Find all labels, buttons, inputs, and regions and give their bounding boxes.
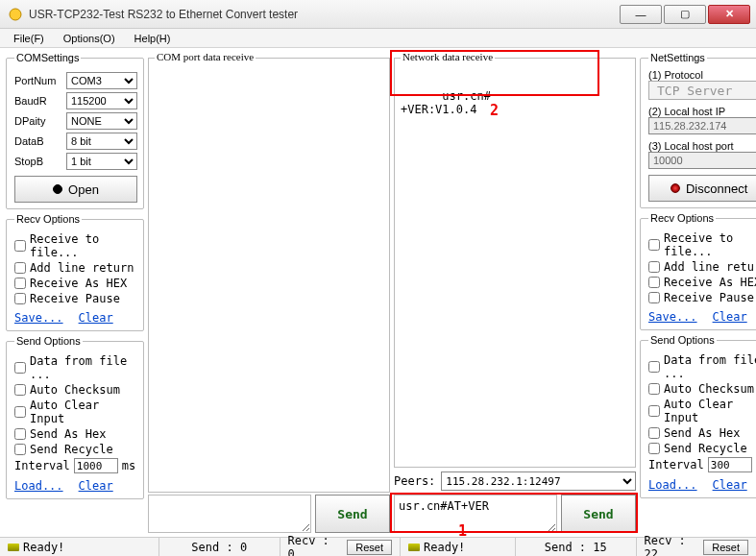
recv-to-file-chk-r[interactable] [648,239,660,251]
menu-file[interactable]: File(F) [4,31,54,46]
auto-clear-chk-l[interactable] [14,406,26,418]
com-send-input[interactable] [148,495,311,533]
clear-send-link-l[interactable]: Clear [79,479,113,493]
add-line-chk-r[interactable] [648,261,660,273]
send-options-left: Send Options Data from file ... Auto Che… [6,335,144,499]
recv-pause-chk-l[interactable] [14,293,26,304]
protocol-select: TCP Server [648,81,756,100]
local-ip-input [648,117,756,134]
menu-options[interactable]: Options(O) [54,31,125,46]
minimize-button[interactable]: — [620,5,662,24]
clear-link-r[interactable]: Clear [713,310,747,324]
status-ready-r: Ready! [424,541,465,554]
status-recv-r: Recv : 22 [645,534,700,557]
auto-checksum-chk-r[interactable] [648,383,660,395]
send-hex-chk-r[interactable] [648,427,660,439]
send-hex-chk-l[interactable] [14,428,26,440]
databits-select[interactable]: 8 bit [66,133,137,150]
portnum-select[interactable]: COM3 [66,72,137,89]
net-send-input[interactable]: usr.cn#AT+VER [394,495,557,533]
open-button[interactable]: Open [14,176,137,203]
ready-icon-l [8,544,19,551]
parity-select[interactable]: NONE [66,112,137,130]
menu-help[interactable]: Help(H) [125,31,181,46]
recv-to-file-chk-l[interactable] [14,240,26,252]
disconnect-button[interactable]: Disconnect [648,175,756,202]
save-link-r[interactable]: Save... [648,310,697,324]
recv-hex-chk-l[interactable] [14,278,26,289]
send-recycle-chk-r[interactable] [648,443,660,454]
recv-pause-chk-r[interactable] [648,292,660,303]
net-data-area: Network data receive usr.cn# +VER:V1.0.4 [394,58,636,468]
interval-input-r[interactable] [708,457,752,472]
send-options-right: Send Options Data from file ... Auto Che… [640,334,756,498]
stopbits-select[interactable]: 1 bit [66,153,137,170]
load-link-l[interactable]: Load... [14,479,63,493]
send-from-file-chk-l[interactable] [14,362,26,374]
interval-input-l[interactable] [74,458,118,473]
status-send-l: Send : 0 [191,541,247,554]
status-dot-icon [53,184,62,194]
annotation-2: 2 [490,102,499,119]
window-title: USR-TCP232-Test RS232 to Ethernet Conver… [29,8,620,21]
clear-link-l[interactable]: Clear [79,311,113,325]
reset-button-l[interactable]: Reset [347,540,392,555]
status-send-r: Send : 15 [545,541,607,554]
auto-clear-chk-r[interactable] [648,405,660,417]
add-line-chk-l[interactable] [14,262,26,274]
close-button[interactable]: ✕ [708,5,750,24]
status-dot-red-icon [671,183,680,193]
auto-checksum-chk-l[interactable] [14,384,26,396]
status-ready-l: Ready! [23,541,64,554]
baud-select[interactable]: 115200 [66,92,137,109]
recv-options-left: Recv Options Receive to file... Add line… [6,213,144,331]
com-send-button[interactable]: Send [315,495,390,533]
annotation-1: 1 [458,522,467,540]
peers-select[interactable]: 115.28.232.1:12497 [441,471,636,491]
svg-point-0 [10,9,21,20]
local-port-input [648,152,756,169]
status-recv-l: Recv : 0 [288,534,344,557]
reset-button-r[interactable]: Reset [703,540,748,555]
recv-hex-chk-r[interactable] [648,277,660,288]
load-link-r[interactable]: Load... [648,478,697,492]
app-icon [8,7,23,22]
maximize-button[interactable]: ▢ [664,5,706,24]
net-send-button[interactable]: Send [561,495,636,533]
net-settings-group: NetSettings (1) Protocol TCP Server (2) … [640,52,756,208]
ready-icon-r [408,544,420,551]
peers-label: Peers: [394,474,435,488]
com-settings-group: COMSettings PortNumCOM3 BaudR115200 DPai… [6,52,144,209]
recv-options-right: Recv Options Receive to file... Add line… [640,212,756,330]
clear-send-link-r[interactable]: Clear [713,478,747,492]
save-link-l[interactable]: Save... [14,311,63,325]
com-data-area: COM port data receive [148,58,390,493]
send-recycle-chk-l[interactable] [14,444,26,455]
send-from-file-chk-r[interactable] [648,361,660,373]
